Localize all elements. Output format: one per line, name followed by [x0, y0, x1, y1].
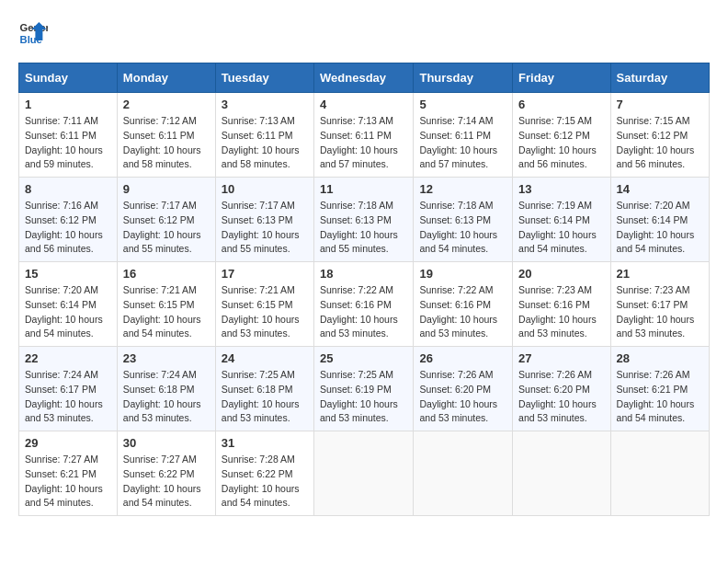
sunset-label: Sunset: 6:15 PM [123, 299, 195, 310]
day-info: Sunrise: 7:15 AM Sunset: 6:12 PM Dayligh… [617, 114, 703, 172]
calendar-week-row: 1 Sunrise: 7:11 AM Sunset: 6:11 PM Dayli… [19, 93, 710, 178]
day-number: 3 [222, 98, 308, 111]
day-info: Sunrise: 7:18 AM Sunset: 6:13 PM Dayligh… [419, 199, 506, 257]
sunset-label: Sunset: 6:19 PM [320, 384, 392, 395]
calendar-table: SundayMondayTuesdayWednesdayThursdayFrid… [18, 63, 710, 516]
logo-icon: General Blue [18, 18, 48, 48]
day-number: 22 [25, 351, 111, 365]
weekday-header: Saturday [610, 63, 709, 93]
calendar-week-row: 29 Sunrise: 7:27 AM Sunset: 6:21 PM Dayl… [19, 431, 710, 516]
day-number: 28 [617, 351, 703, 365]
day-number: 17 [222, 267, 308, 281]
calendar-cell: 9 Sunrise: 7:17 AM Sunset: 6:12 PM Dayli… [117, 178, 215, 262]
day-number: 10 [222, 182, 308, 196]
sunrise-label: Sunrise: 7:17 AM [123, 200, 197, 211]
daylight-label: Daylight: 10 hours and 56 minutes. [617, 144, 695, 170]
sunset-label: Sunset: 6:22 PM [222, 468, 293, 479]
calendar-cell: 20 Sunrise: 7:23 AM Sunset: 6:16 PM Dayl… [513, 262, 610, 347]
sunset-label: Sunset: 6:15 PM [222, 299, 293, 310]
daylight-label: Daylight: 10 hours and 54 minutes. [617, 229, 695, 255]
calendar-cell: 19 Sunrise: 7:22 AM Sunset: 6:16 PM Dayl… [414, 262, 513, 347]
day-info: Sunrise: 7:23 AM Sunset: 6:16 PM Dayligh… [518, 283, 604, 341]
calendar-week-row: 15 Sunrise: 7:20 AM Sunset: 6:14 PM Dayl… [19, 262, 710, 347]
sunset-label: Sunset: 6:16 PM [419, 299, 491, 310]
day-info: Sunrise: 7:22 AM Sunset: 6:16 PM Dayligh… [419, 283, 506, 341]
day-number: 2 [123, 98, 210, 111]
daylight-label: Daylight: 10 hours and 55 minutes. [123, 229, 201, 255]
day-number: 6 [518, 98, 604, 111]
day-info: Sunrise: 7:26 AM Sunset: 6:20 PM Dayligh… [419, 368, 506, 426]
calendar-cell: 10 Sunrise: 7:17 AM Sunset: 6:13 PM Dayl… [215, 178, 313, 262]
daylight-label: Daylight: 10 hours and 53 minutes. [320, 398, 398, 424]
sunset-label: Sunset: 6:11 PM [419, 130, 491, 141]
sunset-label: Sunset: 6:18 PM [123, 384, 195, 395]
day-number: 14 [617, 182, 703, 196]
day-info: Sunrise: 7:20 AM Sunset: 6:14 PM Dayligh… [617, 199, 703, 257]
sunrise-label: Sunrise: 7:24 AM [25, 369, 98, 380]
sunrise-label: Sunrise: 7:25 AM [222, 369, 295, 380]
calendar-cell: 17 Sunrise: 7:21 AM Sunset: 6:15 PM Dayl… [215, 262, 313, 347]
calendar-cell: 25 Sunrise: 7:25 AM Sunset: 6:19 PM Dayl… [314, 347, 414, 431]
daylight-label: Daylight: 10 hours and 54 minutes. [25, 314, 103, 339]
day-info: Sunrise: 7:14 AM Sunset: 6:11 PM Dayligh… [419, 114, 506, 172]
day-info: Sunrise: 7:19 AM Sunset: 6:14 PM Dayligh… [518, 199, 604, 257]
day-info: Sunrise: 7:21 AM Sunset: 6:15 PM Dayligh… [222, 283, 308, 341]
sunset-label: Sunset: 6:11 PM [25, 130, 97, 141]
day-info: Sunrise: 7:24 AM Sunset: 6:17 PM Dayligh… [25, 368, 111, 426]
day-number: 31 [222, 436, 308, 450]
day-info: Sunrise: 7:22 AM Sunset: 6:16 PM Dayligh… [320, 283, 407, 341]
calendar-cell: 8 Sunrise: 7:16 AM Sunset: 6:12 PM Dayli… [19, 178, 118, 262]
day-number: 24 [222, 351, 308, 365]
calendar-cell: 12 Sunrise: 7:18 AM Sunset: 6:13 PM Dayl… [414, 178, 513, 262]
daylight-label: Daylight: 10 hours and 54 minutes. [419, 229, 497, 255]
calendar-cell: 4 Sunrise: 7:13 AM Sunset: 6:11 PM Dayli… [314, 93, 414, 178]
day-number: 15 [25, 267, 111, 281]
daylight-label: Daylight: 10 hours and 55 minutes. [222, 229, 300, 255]
sunset-label: Sunset: 6:17 PM [25, 384, 97, 395]
day-info: Sunrise: 7:13 AM Sunset: 6:11 PM Dayligh… [320, 114, 407, 172]
sunrise-label: Sunrise: 7:23 AM [617, 284, 690, 295]
sunset-label: Sunset: 6:13 PM [419, 214, 491, 225]
day-number: 29 [25, 436, 111, 450]
calendar-cell: 2 Sunrise: 7:12 AM Sunset: 6:11 PM Dayli… [117, 93, 215, 178]
day-info: Sunrise: 7:24 AM Sunset: 6:18 PM Dayligh… [123, 368, 210, 426]
day-info: Sunrise: 7:25 AM Sunset: 6:18 PM Dayligh… [222, 368, 308, 426]
calendar-cell: 13 Sunrise: 7:19 AM Sunset: 6:14 PM Dayl… [513, 178, 610, 262]
day-number: 21 [617, 267, 703, 281]
day-info: Sunrise: 7:26 AM Sunset: 6:21 PM Dayligh… [617, 368, 703, 426]
calendar-cell: 30 Sunrise: 7:27 AM Sunset: 6:22 PM Dayl… [117, 431, 215, 516]
day-number: 4 [320, 98, 407, 111]
page-header: General Blue [18, 18, 710, 48]
calendar-cell [513, 431, 610, 516]
sunrise-label: Sunrise: 7:22 AM [320, 284, 393, 295]
day-number: 18 [320, 267, 407, 281]
calendar-week-row: 22 Sunrise: 7:24 AM Sunset: 6:17 PM Dayl… [19, 347, 710, 431]
daylight-label: Daylight: 10 hours and 53 minutes. [25, 398, 103, 424]
day-number: 23 [123, 351, 210, 365]
sunrise-label: Sunrise: 7:15 AM [518, 115, 592, 126]
daylight-label: Daylight: 10 hours and 57 minutes. [320, 144, 398, 170]
calendar-cell: 27 Sunrise: 7:26 AM Sunset: 6:20 PM Dayl… [513, 347, 610, 431]
sunrise-label: Sunrise: 7:22 AM [419, 284, 493, 295]
calendar-cell: 26 Sunrise: 7:26 AM Sunset: 6:20 PM Dayl… [414, 347, 513, 431]
sunset-label: Sunset: 6:20 PM [518, 384, 590, 395]
daylight-label: Daylight: 10 hours and 55 minutes. [320, 229, 398, 255]
calendar-cell: 23 Sunrise: 7:24 AM Sunset: 6:18 PM Dayl… [117, 347, 215, 431]
daylight-label: Daylight: 10 hours and 56 minutes. [25, 229, 103, 255]
sunset-label: Sunset: 6:21 PM [617, 384, 688, 395]
daylight-label: Daylight: 10 hours and 56 minutes. [518, 144, 597, 170]
calendar-cell [610, 431, 709, 516]
day-number: 16 [123, 267, 210, 281]
day-number: 8 [25, 182, 111, 196]
day-info: Sunrise: 7:28 AM Sunset: 6:22 PM Dayligh… [222, 453, 308, 511]
daylight-label: Daylight: 10 hours and 58 minutes. [222, 144, 300, 170]
day-info: Sunrise: 7:15 AM Sunset: 6:12 PM Dayligh… [518, 114, 604, 172]
calendar-cell: 24 Sunrise: 7:25 AM Sunset: 6:18 PM Dayl… [215, 347, 313, 431]
daylight-label: Daylight: 10 hours and 54 minutes. [518, 229, 597, 255]
day-info: Sunrise: 7:27 AM Sunset: 6:21 PM Dayligh… [25, 453, 111, 511]
sunrise-label: Sunrise: 7:11 AM [25, 115, 98, 126]
daylight-label: Daylight: 10 hours and 58 minutes. [123, 144, 201, 170]
sunset-label: Sunset: 6:18 PM [222, 384, 293, 395]
weekday-header: Wednesday [314, 63, 414, 93]
day-info: Sunrise: 7:11 AM Sunset: 6:11 PM Dayligh… [25, 114, 111, 172]
